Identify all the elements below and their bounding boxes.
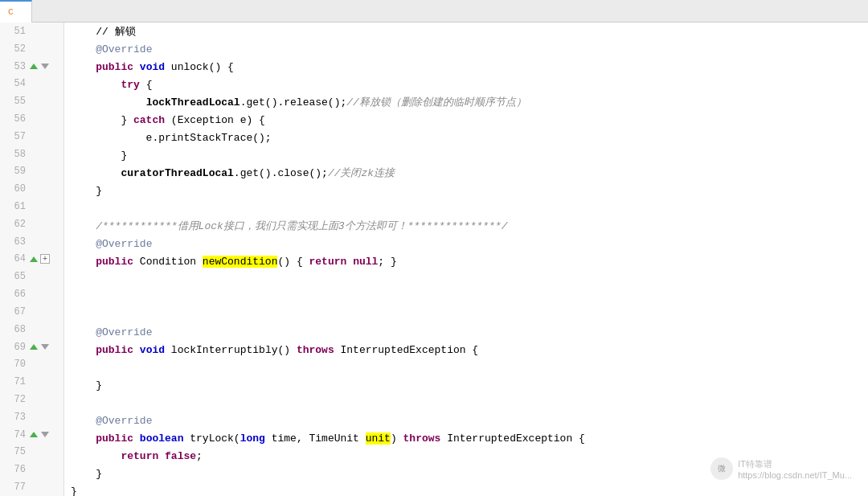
gutter-row: 71	[0, 373, 63, 391]
gutter-row: 61	[0, 198, 63, 215]
keyword: public	[96, 344, 133, 356]
gutter-row: 76	[0, 461, 63, 478]
gutter-row: 59	[0, 163, 63, 181]
expand-icon[interactable]: +	[40, 254, 50, 264]
code-text	[133, 432, 140, 445]
gutter-row: 66	[0, 285, 63, 303]
line-gutter: 5152535455565758596061626364+65666768697…	[0, 23, 64, 496]
tab-bar: C	[0, 0, 868, 23]
code-text	[71, 432, 96, 445]
comment: /************借用Lock接口，我们只需实现上面3个方法即可！***…	[71, 219, 507, 233]
line-number: 60	[3, 183, 26, 195]
code-line: public void unlock() {	[64, 58, 868, 76]
watermark: 微 IT特靠谱 https://blog.csdn.net/IT_Mu...	[710, 457, 852, 480]
code-text	[71, 167, 121, 179]
code-text	[71, 415, 96, 427]
line-number: 52	[3, 43, 26, 55]
line-number: 69	[3, 342, 26, 353]
gutter-row: 74	[0, 426, 63, 444]
code-text: }	[71, 114, 133, 126]
gutter-row: 51	[0, 23, 63, 40]
comment: //关闭zk连接	[328, 166, 395, 180]
code-line	[64, 359, 868, 376]
code-text: }	[71, 185, 102, 197]
push-up-icon[interactable]	[29, 62, 39, 72]
line-number: 57	[3, 131, 26, 142]
code-text	[71, 238, 96, 250]
code-text: tryLock(	[183, 432, 240, 445]
gutter-row: 57	[0, 128, 63, 146]
keyword: throws	[403, 432, 441, 445]
code-line: }	[64, 182, 868, 199]
gutter-row: 52	[0, 40, 63, 58]
code-text: (Exception e) {	[165, 114, 265, 126]
line-number: 71	[3, 376, 26, 387]
code-text: }	[71, 379, 102, 391]
method-name: curatorThreadLocal	[121, 167, 233, 179]
code-text: // 解锁	[71, 24, 136, 39]
code-text: ; }	[378, 256, 396, 268]
code-text: }	[71, 150, 127, 162]
gutter-row: 65	[0, 268, 63, 285]
keyword-type: boolean	[140, 432, 184, 445]
annotation: @Override	[96, 415, 152, 427]
code-line: }	[64, 146, 868, 164]
annotation: @Override	[96, 238, 152, 250]
keyword: null	[353, 256, 378, 268]
file-tab[interactable]: C	[0, 0, 32, 23]
line-number: 74	[3, 429, 26, 441]
push-down-icon[interactable]	[40, 430, 50, 440]
code-text: }	[71, 468, 102, 480]
keyword: throws	[297, 344, 334, 356]
gutter-row: 53	[0, 58, 63, 76]
gutter-row: 73	[0, 408, 63, 426]
push-up-icon[interactable]	[29, 430, 39, 440]
line-number: 75	[3, 446, 26, 457]
keyword: false	[165, 450, 196, 462]
code-text: lockInterruptibly()	[165, 344, 297, 356]
watermark-text2: https://blog.csdn.net/IT_Mu...	[738, 470, 852, 480]
code-line: public boolean tryLock(long time, TimeUn…	[64, 429, 868, 447]
keyword-type: long	[240, 432, 265, 445]
line-number: 70	[3, 359, 26, 370]
code-text: .get().release();	[240, 96, 347, 109]
keyword: return	[309, 256, 347, 268]
code-line: } catch (Exception e) {	[64, 111, 868, 129]
comment: //释放锁（删除创建的临时顺序节点）	[346, 95, 526, 109]
code-text	[71, 450, 121, 462]
push-down-icon[interactable]	[40, 62, 50, 72]
code-text	[71, 96, 146, 109]
code-line: curatorThreadLocal.get().close();//关闭zk连…	[64, 164, 868, 182]
code-text	[133, 61, 140, 73]
code-text: {	[140, 79, 153, 91]
push-up-icon[interactable]	[29, 254, 39, 264]
code-text: }	[71, 486, 77, 497]
code-text	[71, 61, 96, 73]
watermark-logo: 微	[710, 457, 733, 480]
line-number: 63	[3, 236, 26, 248]
watermark-text1: IT特靠谱	[738, 458, 852, 470]
line-number: 66	[3, 289, 26, 300]
keyword-type: void	[140, 61, 165, 73]
line-number: 59	[3, 166, 26, 177]
keyword: return	[121, 450, 158, 462]
code-text	[71, 43, 96, 55]
line-number: 76	[3, 464, 26, 475]
push-up-icon[interactable]	[29, 342, 39, 352]
keyword: catch	[133, 114, 165, 126]
code-line: @Override	[64, 40, 868, 58]
code-content[interactable]: // 解锁 @Override public void unlock() { t…	[64, 23, 868, 496]
code-line	[64, 394, 868, 412]
gutter-row: 69	[0, 338, 63, 356]
code-line: }	[64, 482, 868, 496]
push-down-icon[interactable]	[40, 342, 50, 352]
line-number: 55	[3, 96, 26, 107]
highlighted-text: newCondition	[203, 256, 278, 268]
line-number: 72	[3, 394, 26, 405]
line-number: 54	[3, 78, 26, 89]
code-text: unlock() {	[165, 61, 234, 73]
annotation: @Override	[96, 326, 152, 338]
line-number: 62	[3, 219, 26, 230]
gutter-row: 68	[0, 321, 63, 338]
gutter-icons	[29, 342, 50, 352]
